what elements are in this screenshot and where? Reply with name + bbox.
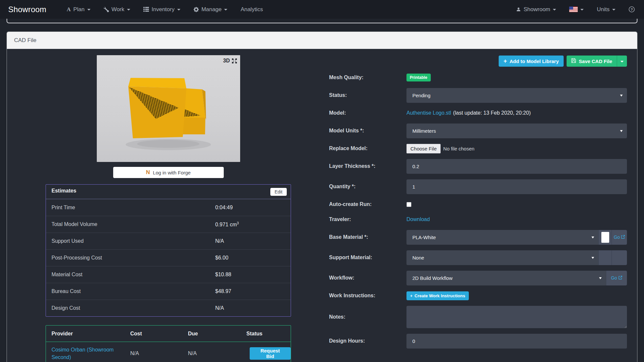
user-menu[interactable]: Showroom [516, 6, 556, 13]
model-last-update: (last update: 13 Feb 2020, 20:20) [453, 110, 531, 116]
create-work-instructions-button[interactable]: + Create Work Instructions [406, 291, 469, 300]
mesh-quality-row: Mesh Quality: Printable [329, 70, 627, 85]
nav-analytics[interactable]: Analytics [240, 6, 263, 13]
estimates-title: Estimates [52, 188, 76, 193]
chevron-down-icon [224, 9, 227, 11]
design-hours-row: Design Hours: [329, 331, 627, 351]
model-3d-preview[interactable]: 3D [97, 55, 240, 162]
table-row: Material Cost$10.88 [46, 266, 291, 283]
chevron-down-icon [127, 9, 130, 11]
providers-header: Provider Cost Due Status [46, 326, 291, 342]
base-material-select[interactable]: PLA-White [406, 230, 598, 245]
chevron-down-icon [620, 95, 623, 97]
table-row: Total Model Volume0.971 cm3 [46, 216, 291, 233]
chevron-down-icon [553, 9, 556, 11]
base-material-go-cell: Go [612, 230, 627, 245]
workflow-row: Workflow: 2D Build Workflow Go [329, 268, 627, 288]
layer-thickness-input[interactable] [406, 159, 627, 174]
chevron-down-icon [592, 237, 594, 238]
providers-table: Provider Cost Due Status Cosimo Orban (S… [46, 325, 291, 362]
save-cad-file-button[interactable]: Save CAD File [567, 56, 617, 67]
table-row: Print Time0:04:49 [46, 199, 291, 216]
units-menu[interactable]: Units [597, 6, 615, 13]
status-row: Status: Pending [329, 85, 627, 105]
chevron-down-icon [620, 130, 623, 132]
chevron-down-icon [177, 9, 180, 11]
material-color-swatch [601, 232, 609, 243]
auto-create-run-checkbox[interactable] [406, 202, 411, 207]
expand-arrows-icon[interactable] [232, 58, 237, 63]
cad-file-panel: CAD File [7, 32, 637, 362]
support-material-select[interactable]: None [406, 250, 598, 265]
auto-create-run-row: Auto-create Run: [329, 197, 627, 212]
work-instructions-row: Work Instructions: + Create Work Instruc… [329, 288, 627, 303]
traveler-download-link[interactable]: Download [406, 216, 430, 222]
forge-logo-icon: N [146, 169, 150, 176]
choose-file-button[interactable]: Choose File [406, 144, 441, 153]
brand-logo[interactable]: Showroom [8, 5, 46, 14]
language-menu[interactable] [569, 7, 584, 12]
preview-3d-badge[interactable]: 3D [223, 58, 237, 64]
quantity-input[interactable] [406, 179, 627, 194]
table-row: Support UsedN/A [46, 233, 291, 249]
help-button[interactable]: ? [629, 6, 635, 12]
notes-row: Notes: [329, 303, 627, 331]
chevron-down-icon [612, 9, 615, 11]
plus-icon: + [410, 293, 413, 298]
design-hours-input[interactable] [406, 334, 627, 349]
model-file-link[interactable]: Authentise Logo.stl [406, 110, 451, 116]
material-color-cell [598, 230, 612, 245]
request-bid-button[interactable]: Request Bid [250, 347, 291, 360]
layer-thickness-row: Layer Thickness *: [329, 156, 627, 176]
nav-inventory[interactable]: Inventory [143, 6, 180, 13]
question-circle-icon: ? [629, 6, 635, 12]
nav-work[interactable]: Work [104, 6, 130, 13]
panel-title: CAD File [7, 32, 637, 49]
chevron-down-icon [592, 257, 594, 259]
base-material-go-link[interactable]: Go [614, 235, 625, 240]
chevron-down-icon [580, 9, 584, 11]
save-options-dropdown[interactable] [617, 56, 627, 67]
list-icon [143, 7, 149, 12]
workflow-go-cell: Go [606, 271, 627, 285]
file-chosen-note: No file chosen [443, 146, 474, 151]
workflow-select[interactable]: 2D Build Workflow [406, 271, 606, 285]
save-cad-file-split-button: Save CAD File [567, 56, 627, 67]
top-navbar: Showroom A Plan Work Inventory Manage An… [0, 0, 644, 19]
us-flag-icon [569, 7, 578, 12]
quantity-row: Quantity *: [329, 176, 627, 197]
notes-textarea[interactable] [406, 306, 627, 328]
workflow-go-link[interactable]: Go [611, 275, 622, 281]
nav-manage[interactable]: Manage [194, 6, 227, 13]
save-icon [571, 58, 576, 64]
model-row: Model: Authentise Logo.stl (last update:… [329, 105, 627, 121]
chevron-down-icon [87, 9, 91, 11]
status-select[interactable]: Pending [406, 88, 627, 103]
table-row: Post-Processing Cost$6.00 [46, 249, 291, 266]
table-row: Design CostN/A [46, 300, 291, 316]
model-units-select[interactable]: Millimeters [406, 124, 627, 138]
edit-estimates-button[interactable]: Edit [270, 188, 287, 196]
support-material-row: Support Material: None [329, 247, 627, 268]
estimates-table: Estimates Edit Print Time0:04:49 Total M… [46, 184, 291, 317]
login-forge-button[interactable]: N Log in with Forge [113, 167, 224, 178]
chevron-down-icon [620, 61, 624, 62]
table-row: Cosimo Orban (Showroom Second) N/A N/A R… [46, 342, 291, 362]
support-go-cell [612, 250, 627, 265]
provider-link[interactable]: Cosimo Orban (Showroom Second) [52, 346, 120, 361]
external-link-icon [621, 235, 625, 240]
replace-model-row: Replace Model: Choose File No file chose… [329, 141, 627, 156]
printable-badge: Printable [406, 74, 431, 81]
table-row: Bureau Cost$48.97 [46, 283, 291, 300]
support-color-cell [598, 250, 612, 265]
nav-plan[interactable]: A Plan [67, 6, 90, 13]
user-icon [516, 7, 521, 12]
model-units-row: Model Units *: Millimeters [329, 121, 627, 141]
svg-text:?: ? [631, 8, 633, 11]
add-to-model-library-button[interactable]: + Add to Model Library [499, 56, 564, 67]
gear-icon [194, 7, 199, 12]
traveler-row: Traveler: Download [329, 212, 627, 227]
external-link-icon [618, 275, 622, 281]
plus-icon: + [504, 58, 507, 64]
font-icon: A [67, 6, 71, 13]
